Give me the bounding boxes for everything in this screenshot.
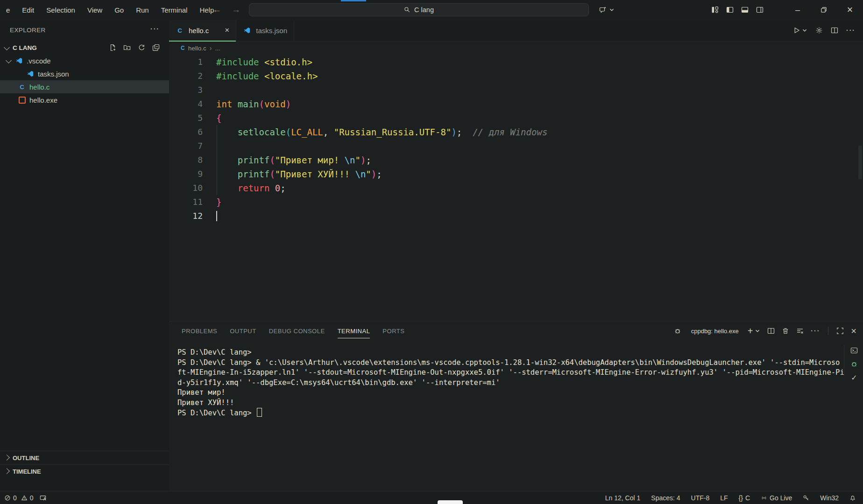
split-terminal-icon[interactable] <box>767 327 775 335</box>
copilot-icon <box>599 6 607 14</box>
broadcast-icon <box>761 495 767 501</box>
terminal-cursor <box>257 408 262 417</box>
editor-more-icon[interactable]: ··· <box>846 27 856 34</box>
bell-icon[interactable] <box>849 495 856 501</box>
command-center-search[interactable]: C lang <box>249 3 589 16</box>
collapse-folders-icon[interactable] <box>152 44 160 51</box>
vscode-icon <box>27 70 34 77</box>
menu-item-selection[interactable]: Selection <box>40 4 81 16</box>
tab-tasks.json[interactable]: tasks.json <box>236 20 294 41</box>
file-row-hello.c[interactable]: Chello.c <box>0 80 169 93</box>
file-label: .vscode <box>27 57 51 65</box>
powershell-terminal-icon[interactable] <box>849 345 860 356</box>
folder-section-label: C LANG <box>13 44 37 51</box>
tab-hello.c[interactable]: Chello.c× <box>169 20 236 41</box>
new-terminal-button[interactable]: + <box>748 326 761 336</box>
c-file-icon: C <box>20 84 24 91</box>
task-check-icon[interactable]: ✓ <box>849 372 860 383</box>
code-line-6: 6 setlocale(LC_ALL, "Russian_Russia.UTF-… <box>169 125 863 139</box>
encoding-status[interactable]: UTF-8 <box>691 494 710 502</box>
terminal-line: PS D:\Dev\C lang> <box>177 408 844 419</box>
top-accent-strip <box>341 0 366 1</box>
key-icon[interactable] <box>803 495 809 501</box>
customize-layout-icon[interactable] <box>711 6 719 14</box>
panel-tab-ports[interactable]: PORTS <box>382 326 404 336</box>
terminal-line: Привет мир! <box>177 388 844 398</box>
new-file-icon[interactable] <box>109 44 116 51</box>
close-panel-icon[interactable]: × <box>851 326 856 336</box>
toggle-panel-icon[interactable] <box>741 6 749 14</box>
terminal-line: Привет ХУЙ!!! <box>177 398 844 408</box>
braces-icon: {} <box>739 494 743 502</box>
terminal-tabs-divider <box>844 345 844 376</box>
terminal-line: ft-MIEngine-In-i5zapper.ln1' '--stdout=M… <box>177 368 844 378</box>
restore-button[interactable] <box>811 0 837 20</box>
toggle-sidebar-icon[interactable] <box>726 6 734 14</box>
menu-item-run[interactable]: Run <box>130 4 155 16</box>
file-label: tasks.json <box>38 70 69 78</box>
vscode-window: eEditSelectionViewGoRunTerminalHelp ← → … <box>0 0 863 504</box>
terminal-line: d-y5ir1f1y.xmq' '--dbgExe=C:\msys64\ucrt… <box>177 378 844 388</box>
debug-terminal-bug-icon[interactable] <box>849 358 860 370</box>
cursor-position-status[interactable]: Ln 12, Col 1 <box>605 494 641 502</box>
kill-terminal-icon[interactable] <box>782 327 789 335</box>
code-line-9: 9 printf("Привет ХУЙ!!! \n"); <box>169 167 863 181</box>
outline-section[interactable]: OUTLINE <box>0 451 169 464</box>
gear-icon[interactable] <box>815 27 823 34</box>
debug-session-label[interactable]: cppdbg: hello.exe <box>691 328 739 335</box>
screencast-status-icon[interactable] <box>40 495 46 501</box>
run-button[interactable] <box>793 27 807 34</box>
panel-more-icon[interactable]: ··· <box>811 327 820 335</box>
file-label: hello.c <box>29 83 50 91</box>
code-editor[interactable]: 1#include <stdio.h>2#include <locale.h>3… <box>169 55 863 321</box>
editor-scrollbar[interactable] <box>858 146 862 179</box>
split-editor-icon[interactable] <box>831 27 838 34</box>
menu-item-go[interactable]: Go <box>108 4 130 16</box>
refresh-icon[interactable] <box>138 44 145 51</box>
minimize-button[interactable]: – <box>785 0 811 20</box>
indentation-status[interactable]: Spaces: 4 <box>651 494 680 502</box>
close-button[interactable]: × <box>837 0 863 20</box>
chevron-right-icon <box>4 455 10 461</box>
menu-item-edit[interactable]: Edit <box>16 4 40 16</box>
eol-status[interactable]: LF <box>720 494 728 502</box>
panel-tab-terminal[interactable]: TERMINAL <box>338 326 370 336</box>
file-row-tasks.json[interactable]: tasks.json <box>0 67 169 80</box>
folder-section-header[interactable]: C LANG <box>0 41 169 54</box>
menu-item-view[interactable]: View <box>81 4 108 16</box>
platform-status[interactable]: Win32 <box>820 494 839 502</box>
code-line-2: 2#include <locale.h> <box>169 69 863 83</box>
clear-terminal-icon[interactable] <box>796 327 804 335</box>
explorer-more-icon[interactable]: ··· <box>150 25 160 33</box>
code-line-11: 11} <box>169 195 863 209</box>
c-file-icon: C <box>181 45 185 51</box>
go-live-button[interactable]: Go Live <box>761 494 792 502</box>
editor-tab-bar: Chello.c×tasks.json <box>169 20 863 42</box>
file-tree: .vscodetasks.jsonChello.chello.exe <box>0 54 169 106</box>
terminal-output[interactable]: PS D:\Dev\C lang> PS D:\Dev\C lang> & 'c… <box>177 348 844 419</box>
maximize-panel-icon[interactable] <box>836 327 844 335</box>
new-folder-icon[interactable] <box>123 44 131 51</box>
title-bar: eEditSelectionViewGoRunTerminalHelp ← → … <box>0 0 863 20</box>
code-line-1: 1#include <stdio.h> <box>169 55 863 69</box>
panel-tab-bar: PROBLEMSOUTPUTDEBUG CONSOLETERMINALPORTS <box>182 326 404 336</box>
file-row-.vscode[interactable]: .vscode <box>0 54 169 67</box>
timeline-section[interactable]: TIMELINE <box>0 464 169 478</box>
close-icon[interactable]: × <box>225 26 229 35</box>
menu-item-terminal[interactable]: Terminal <box>155 4 194 16</box>
menu-item-e[interactable]: e <box>0 4 16 16</box>
panel-tab-problems[interactable]: PROBLEMS <box>182 326 217 336</box>
outline-label: OUTLINE <box>13 455 39 462</box>
problems-status[interactable]: 0 0 <box>4 494 34 502</box>
file-row-hello.exe[interactable]: hello.exe <box>0 93 169 106</box>
forward-arrow-icon[interactable]: → <box>232 5 241 15</box>
copilot-button[interactable] <box>599 0 615 20</box>
panel-tab-output[interactable]: OUTPUT <box>230 326 256 336</box>
toggle-secondary-sidebar-icon[interactable] <box>756 6 764 14</box>
terminal-tabs-list: ✓ <box>847 345 861 383</box>
error-count: 0 <box>13 494 17 502</box>
back-arrow-icon[interactable]: ← <box>212 5 221 15</box>
panel-tab-debug-console[interactable]: DEBUG CONSOLE <box>269 326 325 336</box>
breadcrumb[interactable]: C hello.c › ... <box>169 41 863 55</box>
language-mode-status[interactable]: {} C <box>739 494 750 502</box>
